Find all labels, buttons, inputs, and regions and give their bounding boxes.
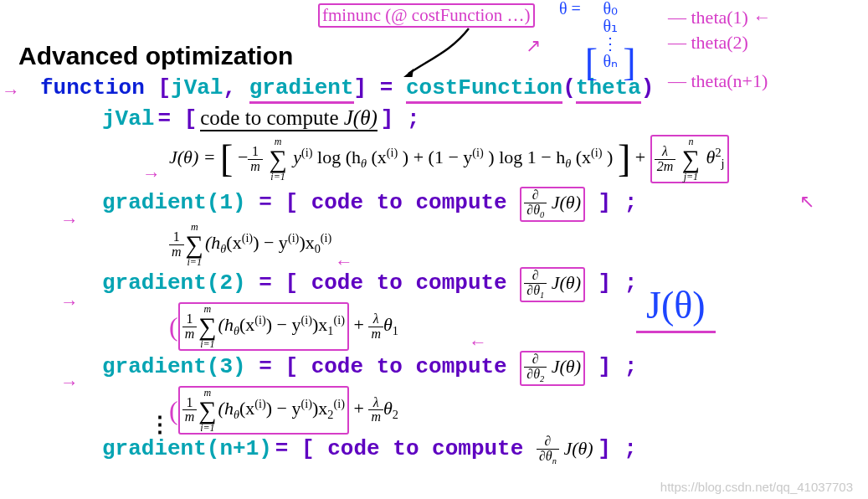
reg-sup: 2 <box>715 146 721 159</box>
sig-close: ] <box>354 75 367 100</box>
jtheta-equation: J(θ) = [ −1m m∑i=1 y(i) log (hθ (x(i) ) … <box>169 135 850 183</box>
gradient-line: gradient(1) = [ code to compute ∂∂θ0 J(θ… <box>102 187 850 222</box>
watermark: https://blog.csdn.net/qq_41037703 <box>660 480 853 494</box>
jtheta-lhs: J(θ) = <box>169 147 216 167</box>
partial-derivative: ∂∂θ1 J(θ) <box>520 267 585 302</box>
jval-close: ] ; <box>381 106 420 131</box>
fn-name: costFunction <box>406 75 562 104</box>
grad-code-open: [ code to compute <box>285 270 520 296</box>
arrow-icon: → <box>142 163 161 185</box>
reg-theta: θ <box>706 147 716 167</box>
grad-code-close: ] ; <box>585 354 637 379</box>
sum-icon: m∑i=1 <box>269 136 286 182</box>
function-signature: function [jVal, gradient] = costFunction… <box>40 75 850 101</box>
jval-open: [ <box>184 106 198 131</box>
gradient-math: 1mm∑i=1(hθ(x(i)) − y(i))x0(i) <box>169 222 850 267</box>
eq-body: (x <box>372 147 387 167</box>
grad-label: gradient(n+1) <box>102 436 272 461</box>
eq-body: ) <box>607 147 613 167</box>
jval-line: jVal = [ code to compute J(θ) ] ; <box>102 106 850 131</box>
paren-open: ( <box>562 75 576 100</box>
rbracket-icon: ] <box>618 140 630 178</box>
grad-code-open: [ code to compute <box>301 436 537 461</box>
sum-icon: n∑j=1 <box>682 136 700 182</box>
gradient-line: gradient(2) = [ code to compute ∂∂θ1 J(θ… <box>102 267 850 302</box>
gradient-final: gradient(n+1) = [ code to compute ∂∂θn J… <box>102 435 850 466</box>
out-gradient: gradient <box>249 75 354 104</box>
gradient-line: gradient(3) = [ code to compute ∂∂θ2 J(θ… <box>102 351 850 386</box>
anno-theta1: — theta(1) ← <box>668 7 771 28</box>
eq-body: y <box>293 147 301 167</box>
jval-lhs: jVal <box>102 106 154 131</box>
grad-label: gradient(2) <box>102 270 246 296</box>
jval-sym: J(θ) <box>344 106 378 131</box>
sum-icon: m∑i=1 <box>186 222 203 267</box>
neg-frac-den: m <box>248 160 263 174</box>
partial-derivative: ∂∂θ2 J(θ) <box>520 351 585 386</box>
eq-body: ) + (1 − y <box>403 147 472 167</box>
jval-text: code to compute <box>200 106 343 131</box>
partial-derivative: ∂∂θ0 J(θ) <box>520 187 585 222</box>
regularisation-term: λ2m n∑j=1 θ2j <box>650 135 729 183</box>
curved-arrow-icon <box>402 25 502 77</box>
gradient-math: (1mm∑i=1(hθ(x(i)) − y(i))x1(i) + λmθ1 <box>169 302 850 351</box>
sig-open: [ <box>157 75 171 100</box>
reg-frac-num: λ <box>655 145 676 160</box>
grad-eq: = <box>275 436 301 461</box>
grad-code-open: [ code to compute <box>285 354 520 379</box>
grad-code-close: ] ; <box>585 190 637 215</box>
sum-icon: m∑i=1 <box>198 388 216 433</box>
partial-derivative: ∂∂θn J(θ) <box>537 438 598 459</box>
lbracket-icon: [ <box>220 140 233 178</box>
vertical-dots: ⋮ <box>149 412 171 439</box>
anno-fminunc: fminunc (@ costFunction …) <box>318 3 535 28</box>
arrow-icon: → <box>2 80 20 102</box>
svg-marker-0 <box>403 69 413 77</box>
arg-theta: theta <box>576 75 641 104</box>
grad-eq: = <box>246 190 285 215</box>
sig-comma: , <box>223 75 249 100</box>
eq-body: log (h <box>317 147 361 167</box>
jval-eq: = <box>157 106 183 131</box>
out-jval: jVal <box>171 75 223 100</box>
reg-frac-den: 2m <box>655 160 676 174</box>
eq-plus: + <box>635 147 645 167</box>
sum-icon: m∑i=1 <box>198 304 216 349</box>
grad-code-close: ] ; <box>598 436 637 461</box>
eq-body: (x <box>576 147 591 167</box>
grad-label: gradient(3) <box>102 354 246 379</box>
grad-eq: = <box>246 270 285 296</box>
neg-frac-num: 1 <box>248 145 263 160</box>
paren-close: ) <box>641 75 655 100</box>
eq-body: ) log 1 − h <box>488 147 565 167</box>
grad-eq: = <box>246 354 285 379</box>
kw-function: function <box>40 75 145 100</box>
grad-code-open: [ code to compute <box>285 190 520 215</box>
gradient-math: (1mm∑i=1(hθ(x(i)) − y(i))x2(i) + λmθ2 <box>169 386 850 435</box>
sig-eq: = <box>367 75 406 100</box>
reg-sub: j <box>722 157 725 171</box>
grad-code-close: ] ; <box>585 270 637 296</box>
grad-label: gradient(1) <box>102 190 246 215</box>
paren-open-icon: ( <box>169 313 178 340</box>
